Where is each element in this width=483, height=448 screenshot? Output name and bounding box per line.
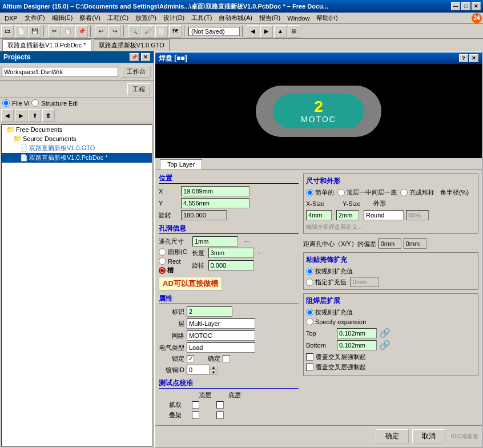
copper-id-up[interactable]: ▲: [210, 365, 218, 370]
paste-specify-radio[interactable]: [306, 279, 313, 286]
file-view-radio[interactable]: [2, 99, 10, 107]
solder-specify-option[interactable]: Specify expansion: [306, 318, 476, 325]
tab-gto[interactable]: 双路直插新板V1.0.GTO: [94, 39, 170, 51]
paste-specify-option[interactable]: 指定扩充值: [306, 277, 476, 287]
cancel-button[interactable]: 取消: [412, 429, 445, 443]
menu-dxp[interactable]: DXP: [1, 14, 21, 23]
hole-slot-label[interactable]: 槽: [167, 266, 174, 275]
paste-specify-input[interactable]: [351, 277, 379, 287]
simple-label[interactable]: 简单的: [315, 188, 334, 197]
grab-bottom-checkbox[interactable]: [216, 401, 224, 409]
menu-help[interactable]: 帮助(H): [313, 13, 341, 23]
simple-radio[interactable]: [306, 189, 313, 196]
full-stack-label[interactable]: 充成堆柱: [409, 188, 434, 197]
sidebar-toolbar-btn1[interactable]: ◀: [1, 109, 14, 122]
paste-by-rule-label[interactable]: 按规则扩充值: [315, 267, 353, 276]
toolbar-btn-9[interactable]: 🔍: [128, 25, 140, 38]
y-size-input[interactable]: [336, 210, 359, 220]
position-x-input[interactable]: [181, 186, 249, 196]
layer-tab-top[interactable]: Top Layer: [160, 159, 202, 169]
tree-item-source-docs[interactable]: 📁 Source Documents: [2, 134, 152, 143]
sidebar-toolbar-btn3[interactable]: ⬆: [29, 109, 41, 122]
toolbar-btn-3[interactable]: 💾: [29, 25, 41, 38]
hole-rect-radio[interactable]: [159, 257, 166, 265]
toolbar-btn-nav2[interactable]: ▶: [260, 25, 273, 38]
x-size-input[interactable]: [306, 210, 332, 220]
toolbar-btn-4[interactable]: ✂: [48, 25, 61, 38]
menu-view[interactable]: 察看(V): [76, 13, 104, 23]
hole-size-input[interactable]: [192, 236, 238, 247]
file-view-label[interactable]: File Vi: [12, 100, 29, 107]
copper-id-down[interactable]: ▼: [210, 370, 218, 375]
net-select[interactable]: MOTOC: [187, 330, 255, 341]
position-y-input[interactable]: [181, 198, 249, 208]
menu-file[interactable]: 文件(F): [21, 13, 49, 23]
toolbar-btn-7[interactable]: ↩: [95, 25, 107, 38]
electrical-select[interactable]: Load: [187, 342, 255, 353]
edit-pad-layers-link[interactable]: 编辑全部焊盘层定义...: [306, 224, 362, 230]
minimize-button[interactable]: —: [451, 2, 460, 10]
top-middle-radio[interactable]: [337, 189, 345, 196]
sidebar-pin-button[interactable]: 📌: [130, 53, 139, 61]
hole-round-label[interactable]: 圆形(C: [168, 248, 187, 256]
toolbar-btn-5[interactable]: 📋: [62, 25, 74, 38]
solder-by-rule-radio[interactable]: [306, 309, 313, 316]
layer-select[interactable]: Multi-Layer: [187, 318, 255, 329]
copper-id-input[interactable]: [187, 365, 210, 375]
hole-round-radio[interactable]: [159, 248, 166, 256]
workspace-select[interactable]: Workspace1.DsnWrk: [2, 67, 118, 77]
hole-length-input[interactable]: [208, 248, 254, 258]
toolbar-btn-6[interactable]: 📌: [75, 25, 88, 38]
full-stack-option[interactable]: 充成堆柱: [400, 188, 434, 197]
toolbar-btn-1[interactable]: 🗂: [1, 25, 14, 38]
position-rot-input[interactable]: [181, 210, 227, 220]
close-button[interactable]: ✕: [472, 2, 481, 10]
menu-place[interactable]: 放置(P): [132, 13, 160, 23]
toolbar-btn-12[interactable]: 🗺: [169, 25, 182, 38]
prop-id-input[interactable]: [187, 306, 232, 317]
toolbar-btn-10[interactable]: 🔎: [142, 25, 154, 38]
ok-button[interactable]: 确定: [376, 429, 409, 443]
hole-rect-label[interactable]: Rect: [168, 258, 181, 265]
solder-bottom-input[interactable]: [337, 340, 377, 350]
hole-slot-option[interactable]: 槽: [159, 266, 187, 275]
menu-report[interactable]: 报告(R): [256, 13, 284, 23]
toolbar-btn-nav3[interactable]: ▲: [274, 25, 287, 38]
hole-offset-y-input[interactable]: [404, 239, 426, 249]
hole-rot-input[interactable]: [208, 260, 254, 271]
menu-window[interactable]: Window: [284, 14, 313, 23]
solder-check2[interactable]: [306, 364, 313, 371]
toolbar-btn-8[interactable]: ↪: [108, 25, 121, 38]
confirm-checkbox[interactable]: [223, 355, 230, 362]
full-stack-radio[interactable]: [400, 189, 408, 196]
menu-design[interactable]: 设计(D): [160, 13, 188, 23]
menu-autoroute[interactable]: 自动布线(A): [215, 13, 256, 23]
toolbar-btn-nav1[interactable]: ◀: [247, 25, 259, 38]
solder-by-rule-label[interactable]: 按规则扩充值: [315, 308, 353, 317]
sidebar-close-button[interactable]: ✕: [141, 53, 150, 61]
lock-checkbox[interactable]: [187, 355, 194, 362]
stack-bottom-checkbox[interactable]: [216, 411, 224, 419]
menu-project[interactable]: 工程(C): [104, 13, 132, 23]
stack-top-checkbox[interactable]: [192, 411, 199, 419]
sidebar-toolbar-btn2[interactable]: ▶: [15, 109, 27, 122]
sidebar-toolbar-btn4[interactable]: 🗑: [42, 109, 55, 122]
dialog-help-button[interactable]: ?: [459, 54, 468, 62]
hole-offset-x-input[interactable]: [379, 239, 401, 249]
shape-select[interactable]: Round: [364, 210, 404, 220]
tree-item-gto[interactable]: 📄 双路直插新板V1.0.GTO: [2, 143, 152, 153]
solder-specify-radio[interactable]: [306, 318, 313, 325]
menu-tools[interactable]: 工具(T): [188, 13, 215, 23]
project-button[interactable]: 工程: [127, 83, 150, 95]
simple-option[interactable]: 简单的: [306, 188, 334, 197]
structure-view-label[interactable]: Structure Edi: [41, 100, 78, 107]
solder-check1[interactable]: [306, 353, 313, 361]
solder-specify-label[interactable]: Specify expansion: [315, 318, 366, 325]
menu-edit[interactable]: 编辑(E): [49, 13, 77, 23]
grab-top-checkbox[interactable]: [192, 401, 199, 409]
maximize-button[interactable]: □: [461, 2, 470, 10]
dialog-close-button[interactable]: ✕: [469, 54, 478, 62]
solder-by-rule-option[interactable]: 按规则扩充值: [306, 308, 476, 317]
top-middle-label[interactable]: 顶层一中间层一底: [347, 188, 397, 197]
solder-top-input[interactable]: [337, 328, 377, 338]
